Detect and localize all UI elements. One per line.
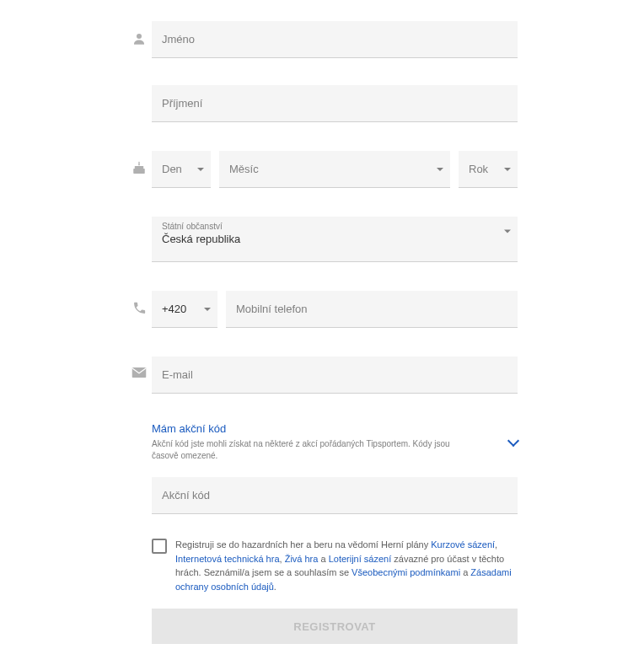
svg-rect-3: [138, 163, 140, 165]
chevron-down-icon: [204, 308, 211, 311]
chevron-down-icon: [504, 229, 511, 245]
submit-button[interactable]: REGISTROVAT: [152, 609, 518, 644]
dob-month-select[interactable]: Měsíc: [219, 151, 450, 188]
dob-day-label: Den: [162, 163, 182, 175]
svg-rect-2: [135, 166, 144, 169]
phone-input[interactable]: [236, 303, 507, 315]
svg-rect-1: [133, 169, 145, 174]
citizenship-select[interactable]: Státní občanství Česká republika: [152, 217, 518, 262]
surname-input[interactable]: [162, 97, 507, 110]
dob-month-label: Měsíc: [229, 163, 259, 175]
chevron-down-icon: [507, 434, 519, 446]
link-vseobecne[interactable]: Všeobecnými podmínkami: [352, 567, 460, 577]
promo-code-input[interactable]: [162, 489, 507, 502]
citizenship-value: Česká republika: [162, 233, 240, 245]
promo-title: Mám akční kód: [152, 422, 455, 435]
link-loterijni[interactable]: Loterijní sázení: [329, 554, 392, 564]
link-kurzove[interactable]: Kurzové sázení: [431, 539, 495, 550]
chevron-down-icon: [197, 168, 204, 171]
phone-icon: [126, 291, 152, 315]
svg-rect-5: [132, 367, 147, 378]
chevron-down-icon: [504, 168, 511, 171]
link-internetova[interactable]: Internetová technická hra: [175, 554, 280, 564]
consent-checkbox[interactable]: [152, 539, 167, 554]
person-icon: [126, 21, 152, 46]
email-icon: [126, 357, 152, 378]
svg-point-4: [138, 162, 140, 164]
cake-icon: [126, 151, 152, 176]
consent-text: Registruji se do hazardních her a beru n…: [175, 538, 518, 593]
chevron-down-icon: [437, 168, 443, 171]
svg-point-0: [137, 34, 142, 39]
citizenship-label: Státní občanství: [162, 222, 507, 231]
phone-code-select[interactable]: +420: [152, 291, 217, 328]
dob-day-select[interactable]: Den: [152, 151, 211, 188]
promo-desc: Akční kód jste mohli získat na některé z…: [152, 438, 455, 462]
dob-year-select[interactable]: Rok: [459, 151, 518, 188]
first-name-input[interactable]: [162, 33, 507, 46]
promo-toggle[interactable]: Mám akční kód Akční kód jste mohli získa…: [152, 422, 518, 462]
dob-year-label: Rok: [469, 163, 488, 175]
email-input[interactable]: [162, 368, 507, 381]
link-ziva[interactable]: Živá hra: [285, 554, 319, 564]
phone-code-value: +420: [162, 303, 186, 315]
